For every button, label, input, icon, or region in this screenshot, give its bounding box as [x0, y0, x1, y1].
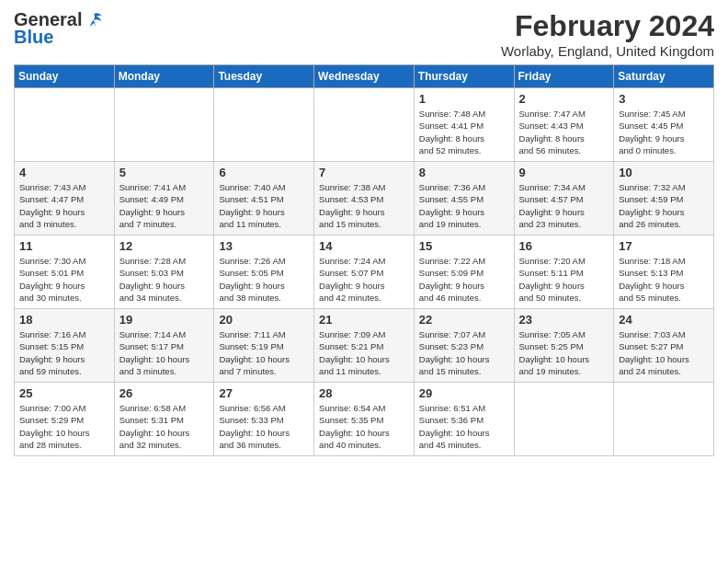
calendar-header: SundayMondayTuesdayWednesdayThursdayFrid…	[15, 65, 714, 88]
day-cell: 3Sunrise: 7:45 AM Sunset: 4:45 PM Daylig…	[614, 88, 714, 162]
day-cell: 27Sunrise: 6:56 AM Sunset: 5:33 PM Dayli…	[214, 383, 314, 456]
day-detail: Sunrise: 6:56 AM Sunset: 5:33 PM Dayligh…	[219, 402, 309, 451]
day-cell: 15Sunrise: 7:22 AM Sunset: 5:09 PM Dayli…	[414, 236, 514, 309]
day-detail: Sunrise: 7:43 AM Sunset: 4:47 PM Dayligh…	[19, 181, 109, 230]
day-cell: 28Sunrise: 6:54 AM Sunset: 5:35 PM Dayli…	[314, 383, 415, 456]
day-detail: Sunrise: 7:20 AM Sunset: 5:11 PM Dayligh…	[519, 255, 609, 304]
month-title: February 2024	[501, 9, 714, 43]
day-detail: Sunrise: 7:18 AM Sunset: 5:13 PM Dayligh…	[619, 255, 709, 304]
logo-blue-text: Blue	[14, 27, 53, 48]
day-cell: 7Sunrise: 7:38 AM Sunset: 4:53 PM Daylig…	[314, 162, 415, 236]
day-number: 28	[319, 386, 409, 400]
location-text: Worlaby, England, United Kingdom	[501, 43, 714, 59]
day-number: 22	[419, 313, 509, 327]
day-cell: 26Sunrise: 6:58 AM Sunset: 5:31 PM Dayli…	[114, 383, 214, 456]
day-detail: Sunrise: 7:30 AM Sunset: 5:01 PM Dayligh…	[19, 255, 109, 304]
day-cell: 17Sunrise: 7:18 AM Sunset: 5:13 PM Dayli…	[614, 236, 714, 309]
day-cell: 11Sunrise: 7:30 AM Sunset: 5:01 PM Dayli…	[15, 236, 115, 309]
day-detail: Sunrise: 7:11 AM Sunset: 5:19 PM Dayligh…	[219, 328, 309, 377]
day-cell: 19Sunrise: 7:14 AM Sunset: 5:17 PM Dayli…	[114, 309, 214, 383]
logo: General Blue	[14, 9, 104, 48]
header-friday: Friday	[514, 65, 614, 88]
day-number: 5	[119, 166, 210, 179]
logo-bird-icon	[84, 10, 104, 30]
day-cell: 9Sunrise: 7:34 AM Sunset: 4:57 PM Daylig…	[514, 162, 614, 236]
day-detail: Sunrise: 7:00 AM Sunset: 5:29 PM Dayligh…	[19, 402, 109, 451]
header-row: SundayMondayTuesdayWednesdayThursdayFrid…	[15, 65, 714, 88]
day-cell: 1Sunrise: 7:48 AM Sunset: 4:41 PM Daylig…	[414, 88, 514, 162]
day-cell: 14Sunrise: 7:24 AM Sunset: 5:07 PM Dayli…	[314, 236, 415, 309]
day-detail: Sunrise: 7:26 AM Sunset: 5:05 PM Dayligh…	[219, 255, 309, 304]
day-detail: Sunrise: 7:05 AM Sunset: 5:25 PM Dayligh…	[519, 328, 609, 377]
calendar-table: SundayMondayTuesdayWednesdayThursdayFrid…	[14, 64, 714, 456]
day-cell: 10Sunrise: 7:32 AM Sunset: 4:59 PM Dayli…	[614, 162, 714, 236]
day-detail: Sunrise: 7:32 AM Sunset: 4:59 PM Dayligh…	[619, 181, 709, 230]
day-cell: 22Sunrise: 7:07 AM Sunset: 5:23 PM Dayli…	[414, 309, 514, 383]
day-number: 4	[19, 166, 109, 179]
day-detail: Sunrise: 7:22 AM Sunset: 5:09 PM Dayligh…	[419, 255, 509, 304]
day-number: 25	[19, 386, 109, 400]
day-cell: 21Sunrise: 7:09 AM Sunset: 5:21 PM Dayli…	[314, 309, 415, 383]
day-cell: 5Sunrise: 7:41 AM Sunset: 4:49 PM Daylig…	[114, 162, 214, 236]
day-cell: 18Sunrise: 7:16 AM Sunset: 5:15 PM Dayli…	[15, 309, 115, 383]
day-number: 24	[619, 313, 709, 327]
week-row-5: 25Sunrise: 7:00 AM Sunset: 5:29 PM Dayli…	[15, 383, 714, 456]
day-detail: Sunrise: 7:14 AM Sunset: 5:17 PM Dayligh…	[119, 328, 210, 377]
day-detail: Sunrise: 7:45 AM Sunset: 4:45 PM Dayligh…	[619, 108, 709, 156]
day-cell: 6Sunrise: 7:40 AM Sunset: 4:51 PM Daylig…	[214, 162, 314, 236]
day-cell: 23Sunrise: 7:05 AM Sunset: 5:25 PM Dayli…	[514, 309, 614, 383]
title-block: February 2024 Worlaby, England, United K…	[501, 9, 714, 59]
day-detail: Sunrise: 7:41 AM Sunset: 4:49 PM Dayligh…	[119, 181, 210, 230]
week-row-1: 1Sunrise: 7:48 AM Sunset: 4:41 PM Daylig…	[15, 88, 714, 162]
day-detail: Sunrise: 7:36 AM Sunset: 4:55 PM Dayligh…	[419, 181, 509, 230]
day-detail: Sunrise: 7:38 AM Sunset: 4:53 PM Dayligh…	[319, 181, 409, 230]
day-cell: 2Sunrise: 7:47 AM Sunset: 4:43 PM Daylig…	[514, 88, 614, 162]
day-cell	[514, 383, 614, 456]
day-detail: Sunrise: 6:54 AM Sunset: 5:35 PM Dayligh…	[319, 402, 409, 451]
week-row-4: 18Sunrise: 7:16 AM Sunset: 5:15 PM Dayli…	[15, 309, 714, 383]
day-cell: 4Sunrise: 7:43 AM Sunset: 4:47 PM Daylig…	[15, 162, 115, 236]
day-number: 7	[319, 166, 409, 179]
week-row-2: 4Sunrise: 7:43 AM Sunset: 4:47 PM Daylig…	[15, 162, 714, 236]
day-number: 1	[419, 92, 509, 106]
page-header: General Blue February 2024 Worlaby, Engl…	[14, 9, 714, 59]
day-cell	[214, 88, 314, 162]
day-number: 26	[119, 386, 210, 400]
day-cell: 20Sunrise: 7:11 AM Sunset: 5:19 PM Dayli…	[214, 309, 314, 383]
day-number: 23	[519, 313, 609, 327]
day-number: 11	[19, 239, 109, 253]
day-number: 18	[19, 313, 109, 327]
week-row-3: 11Sunrise: 7:30 AM Sunset: 5:01 PM Dayli…	[15, 236, 714, 309]
day-number: 21	[319, 313, 409, 327]
day-cell	[614, 383, 714, 456]
header-sunday: Sunday	[15, 65, 115, 88]
day-number: 14	[319, 239, 409, 253]
calendar-body: 1Sunrise: 7:48 AM Sunset: 4:41 PM Daylig…	[15, 88, 714, 456]
day-cell	[314, 88, 415, 162]
day-number: 16	[519, 239, 609, 253]
day-number: 27	[219, 386, 309, 400]
day-detail: Sunrise: 7:48 AM Sunset: 4:41 PM Dayligh…	[419, 108, 509, 156]
day-number: 12	[119, 239, 210, 253]
header-monday: Monday	[114, 65, 214, 88]
day-cell: 16Sunrise: 7:20 AM Sunset: 5:11 PM Dayli…	[514, 236, 614, 309]
day-number: 17	[619, 239, 709, 253]
day-cell: 12Sunrise: 7:28 AM Sunset: 5:03 PM Dayli…	[114, 236, 214, 309]
day-detail: Sunrise: 7:16 AM Sunset: 5:15 PM Dayligh…	[19, 328, 109, 377]
day-number: 2	[519, 92, 609, 106]
header-tuesday: Tuesday	[214, 65, 314, 88]
day-detail: Sunrise: 7:28 AM Sunset: 5:03 PM Dayligh…	[119, 255, 210, 304]
day-number: 13	[219, 239, 309, 253]
day-detail: Sunrise: 7:40 AM Sunset: 4:51 PM Dayligh…	[219, 181, 309, 230]
day-number: 3	[619, 92, 709, 106]
day-number: 29	[419, 386, 509, 400]
day-cell: 8Sunrise: 7:36 AM Sunset: 4:55 PM Daylig…	[414, 162, 514, 236]
day-detail: Sunrise: 7:03 AM Sunset: 5:27 PM Dayligh…	[619, 328, 709, 377]
day-number: 6	[219, 166, 309, 179]
day-detail: Sunrise: 6:51 AM Sunset: 5:36 PM Dayligh…	[419, 402, 509, 451]
day-number: 9	[519, 166, 609, 179]
day-number: 10	[619, 166, 709, 179]
day-detail: Sunrise: 7:47 AM Sunset: 4:43 PM Dayligh…	[519, 108, 609, 156]
day-cell	[114, 88, 214, 162]
day-detail: Sunrise: 6:58 AM Sunset: 5:31 PM Dayligh…	[119, 402, 210, 451]
